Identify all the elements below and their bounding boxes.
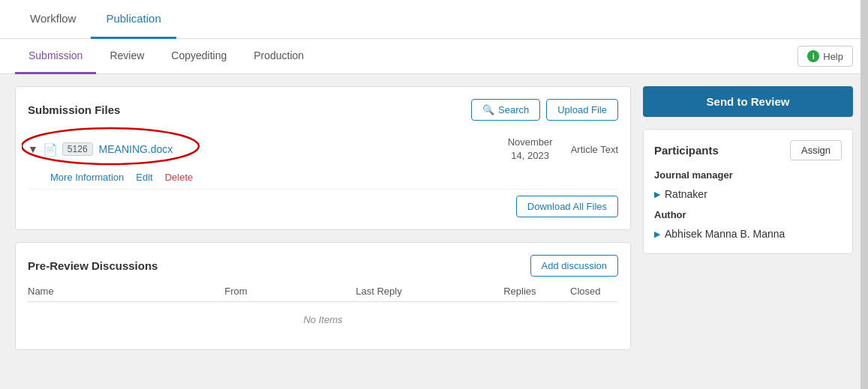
add-discussion-button[interactable]: Add discussion: [530, 255, 618, 277]
discussions-header: Pre-Review Discussions Add discussion: [28, 255, 618, 277]
col-reply-header: Last Reply: [356, 286, 487, 297]
help-label: Help: [823, 51, 843, 62]
tab-publication[interactable]: Publication: [91, 0, 176, 39]
author-label: Author: [654, 209, 842, 220]
author-item: ▶ Abhisek Manna B. Manna: [654, 225, 842, 243]
tab-workflow[interactable]: Workflow: [15, 0, 91, 39]
author-name: Abhisek Manna B. Manna: [665, 228, 785, 240]
participants-title: Participants: [654, 144, 719, 157]
file-type: Article Text: [571, 144, 618, 155]
scrollbar[interactable]: [860, 0, 868, 389]
col-replies-header: Replies: [487, 286, 552, 297]
participants-card: Participants Assign Journal manager ▶ Ra…: [643, 129, 853, 254]
file-doc-icon: 📄: [43, 142, 58, 157]
sub-tabs: Submission Review Copyediting Production: [15, 39, 317, 73]
right-panel: Send to Review Participants Assign Journ…: [643, 86, 853, 350]
file-date: November 14, 2023: [508, 136, 553, 163]
journal-manager-item: ▶ Ratnaker: [654, 185, 842, 203]
col-from-header: From: [224, 286, 356, 297]
left-panel: Submission Files 🔍 Search Upload File ▼ …: [15, 86, 631, 350]
card-header: Submission Files 🔍 Search Upload File: [28, 99, 618, 121]
sub-tabs-bar: Submission Review Copyediting Production…: [0, 39, 868, 74]
table-header: Name From Last Reply Replies Closed: [28, 286, 618, 302]
tab-copyediting[interactable]: Copyediting: [158, 39, 240, 74]
search-button[interactable]: 🔍 Search: [471, 99, 540, 121]
card-actions: 🔍 Search Upload File: [471, 99, 618, 121]
participant-arrow-icon: ▶: [654, 190, 660, 199]
submission-files-title: Submission Files: [28, 103, 120, 116]
file-id: 5126: [62, 142, 93, 156]
journal-manager-name: Ratnaker: [665, 188, 707, 200]
download-all-button[interactable]: Download All Files: [516, 196, 618, 217]
edit-link[interactable]: Edit: [136, 172, 152, 183]
top-tabs-bar: Workflow Publication: [0, 0, 868, 39]
author-arrow-icon: ▶: [654, 229, 660, 239]
file-name[interactable]: MEANING.docx: [99, 143, 173, 155]
help-button[interactable]: i Help: [797, 46, 853, 67]
assign-button[interactable]: Assign: [790, 140, 842, 160]
col-name-header: Name: [28, 286, 224, 297]
pre-review-discussions-card: Pre-Review Discussions Add discussion Na…: [15, 242, 631, 350]
tab-production[interactable]: Production: [240, 39, 317, 74]
file-meta: November 14, 2023 Article Text: [508, 136, 618, 163]
tab-review[interactable]: Review: [96, 39, 158, 74]
no-items-text: No Items: [28, 302, 618, 337]
more-information-link[interactable]: More Information: [50, 172, 124, 183]
file-toggle-icon[interactable]: ▼: [28, 143, 38, 155]
main-content: Submission Files 🔍 Search Upload File ▼ …: [0, 74, 868, 362]
search-label: Search: [498, 104, 529, 115]
submission-files-card: Submission Files 🔍 Search Upload File ▼ …: [15, 86, 631, 230]
discussions-title: Pre-Review Discussions: [28, 259, 158, 272]
search-icon: 🔍: [482, 104, 494, 115]
participants-header: Participants Assign: [654, 140, 842, 160]
upload-file-button[interactable]: Upload File: [546, 99, 618, 121]
help-icon: i: [807, 50, 819, 62]
journal-manager-label: Journal manager: [654, 169, 842, 181]
col-closed-header: Closed: [553, 286, 618, 297]
file-row: ▼ 📄 5126 MEANING.docx November 14, 2023 …: [28, 130, 618, 169]
file-actions: More Information Edit Delete: [28, 169, 618, 189]
delete-link[interactable]: Delete: [165, 172, 194, 183]
tab-submission[interactable]: Submission: [15, 39, 96, 74]
send-to-review-button[interactable]: Send to Review: [643, 86, 853, 117]
download-all-row: Download All Files: [28, 189, 618, 217]
